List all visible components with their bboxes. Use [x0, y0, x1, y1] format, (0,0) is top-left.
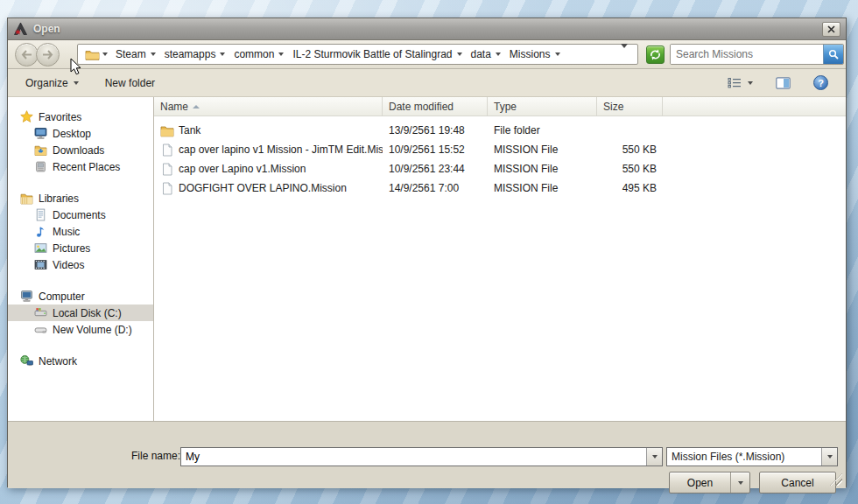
file-date: 10/9/2561 23:44 — [383, 163, 488, 175]
sidebar-item-recent-places[interactable]: Recent Places — [8, 158, 153, 175]
refresh-button[interactable] — [646, 46, 665, 64]
close-icon — [827, 25, 835, 33]
breadcrumb-item-steam[interactable]: Steam — [111, 48, 160, 60]
search-input[interactable] — [671, 45, 823, 64]
sidebar-item-music[interactable]: Music — [8, 223, 153, 240]
address-history-dropdown[interactable] — [615, 48, 634, 60]
sidebar-item-local-disk-c[interactable]: Local Disk (C:) — [8, 304, 153, 321]
table-row-mission-lapino-v1[interactable]: cap over Lapino v1.Mission 10/9/2561 23:… — [154, 159, 846, 178]
file-type-dropdown-button[interactable] — [821, 448, 837, 466]
sidebar-item-videos[interactable]: Videos — [8, 256, 153, 273]
table-row-tank[interactable]: Tank 13/9/2561 19:48 File folder — [154, 121, 846, 140]
file-name-label: File name: — [114, 450, 180, 462]
sidebar-group-favorites: Favorites Desktop — [8, 108, 153, 175]
file-list-pane: Name Date modified Type Size — [154, 97, 846, 421]
file-icon — [160, 182, 174, 195]
breadcrumb-root[interactable] — [81, 48, 111, 60]
column-header-date-modified[interactable]: Date modified — [383, 97, 488, 116]
chevron-down-icon — [827, 455, 833, 458]
open-button[interactable]: Open — [670, 477, 730, 489]
sidebar-item-label: Downloads — [53, 144, 104, 157]
chevron-down-icon — [102, 52, 108, 56]
file-type: MISSION File — [488, 144, 597, 156]
chevron-down-icon — [74, 81, 79, 85]
desktop-icon — [34, 127, 47, 140]
preview-pane-button[interactable] — [769, 74, 798, 93]
sidebar-item-label: New Volume (D:) — [53, 324, 132, 336]
sidebar-item-downloads[interactable]: Downloads — [8, 142, 153, 158]
file-name: Tank — [179, 124, 200, 136]
sidebar-group-header-network[interactable]: Network — [8, 353, 153, 369]
chevron-down-icon — [652, 455, 658, 458]
sidebar-item-label: Music — [53, 226, 80, 238]
sort-ascending-icon — [193, 105, 200, 108]
file-size: 550 KB — [597, 144, 663, 156]
sidebar-group-network: Network — [8, 353, 153, 369]
sidebar-item-label: Videos — [53, 259, 84, 271]
sidebar-group-header-computer[interactable]: Computer — [8, 288, 153, 304]
chevron-down-icon — [457, 52, 462, 56]
column-header-size[interactable]: Size — [597, 97, 663, 116]
chevron-down-icon — [621, 44, 628, 60]
breadcrumb-item-il2[interactable]: IL-2 Sturmovik Battle of Stalingrad — [288, 48, 466, 60]
address-bar[interactable]: Steam steamapps common IL-2 Sturmovik Ba… — [77, 44, 638, 65]
file-rows: Tank 13/9/2561 19:48 File folder cap ove… — [154, 116, 846, 421]
search-button[interactable] — [823, 45, 843, 64]
file-size: 550 KB — [597, 163, 663, 175]
sidebar-item-new-volume-d[interactable]: New Volume (D:) — [8, 321, 153, 338]
breadcrumb-item-common[interactable]: common — [229, 48, 288, 60]
file-icon — [160, 144, 174, 157]
column-label: Date modified — [389, 101, 454, 113]
column-header-name[interactable]: Name — [154, 97, 383, 116]
sidebar-group-header-libraries[interactable]: Libraries — [8, 190, 153, 206]
organize-label: Organize — [25, 77, 68, 89]
navigation-pane: Favorites Desktop — [8, 97, 154, 421]
views-button[interactable] — [721, 74, 760, 92]
open-dropdown-button[interactable] — [730, 472, 749, 493]
table-row-mission-jimtm[interactable]: cap over lapino v1 Mission - JimTM Edit.… — [154, 140, 846, 159]
file-name: cap over lapino v1 Mission - JimTM Edit.… — [179, 144, 383, 156]
breadcrumb-item-steamapps[interactable]: steamapps — [160, 48, 230, 60]
sidebar-group-header-favorites[interactable]: Favorites — [8, 108, 153, 125]
local-disk-icon — [34, 306, 47, 319]
breadcrumb-item-missions[interactable]: Missions — [505, 48, 565, 60]
titlebar[interactable]: Open — [8, 18, 846, 40]
new-folder-label: New folder — [105, 77, 155, 89]
column-label: Type — [494, 101, 517, 113]
file-type: MISSION File — [488, 163, 597, 175]
sidebar-item-documents[interactable]: Documents — [8, 206, 153, 223]
file-name-input[interactable] — [181, 448, 646, 466]
column-header-type[interactable]: Type — [488, 97, 597, 116]
sidebar-group-computer: Computer Local Disk (C:) — [8, 288, 153, 338]
file-name-dropdown-button[interactable] — [646, 448, 662, 466]
help-button[interactable]: ? — [806, 72, 835, 94]
file-type-combo[interactable]: Mission Files (*.Mission) — [666, 447, 838, 466]
sidebar-item-pictures[interactable]: Pictures — [8, 240, 153, 256]
close-button[interactable] — [822, 22, 840, 37]
breadcrumb-item-data[interactable]: data — [467, 48, 505, 60]
sidebar-item-desktop[interactable]: Desktop — [8, 125, 153, 142]
breadcrumb-label: data — [471, 48, 491, 60]
recent-places-icon — [34, 160, 47, 173]
sidebar-item-label: Pictures — [53, 242, 90, 255]
organize-button[interactable]: Organize — [18, 74, 86, 93]
back-button[interactable] — [15, 43, 39, 66]
breadcrumb-label: Missions — [510, 48, 551, 60]
sidebar-item-label: Local Disk (C:) — [53, 307, 122, 319]
list-header: Name Date modified Type Size — [154, 97, 846, 116]
chevron-down-icon — [151, 52, 156, 56]
file-date: 13/9/2561 19:48 — [383, 124, 488, 136]
sidebar-group-label: Network — [39, 355, 77, 368]
chevron-down-icon — [555, 52, 560, 56]
file-type: File folder — [488, 124, 597, 136]
music-icon — [34, 225, 47, 238]
cancel-button[interactable]: Cancel — [759, 472, 836, 494]
table-row-dogfight[interactable]: DOGFIGHT OVER LAPINO.Mission 14/9/2561 7… — [154, 178, 846, 198]
column-label: Name — [160, 101, 188, 113]
new-folder-button[interactable]: New folder — [98, 74, 162, 93]
open-dialog: Open — [7, 18, 847, 487]
forward-arrow-icon — [42, 50, 53, 60]
dialog-footer: File name: Mission Files (*.Mission) Ope… — [8, 421, 846, 488]
drive-icon — [34, 323, 47, 336]
forward-button[interactable] — [36, 43, 60, 66]
